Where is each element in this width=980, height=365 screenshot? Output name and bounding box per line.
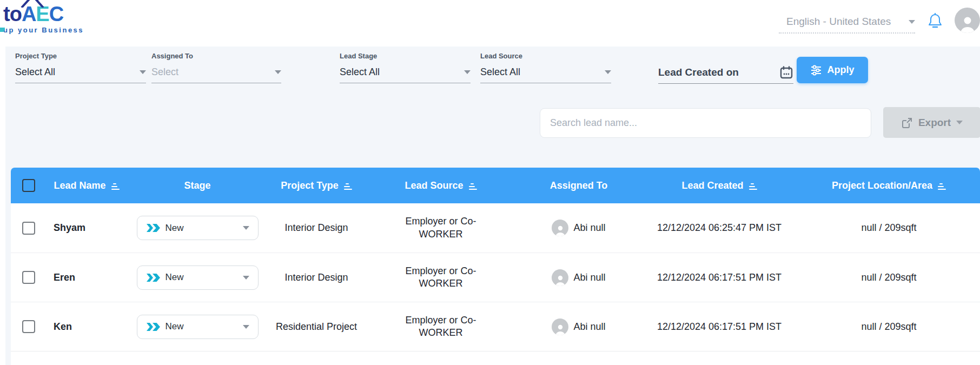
chevron-down-icon [956,121,963,124]
lead-name-cell: Ken [46,321,127,333]
search-input[interactable] [540,108,871,138]
sort-icon[interactable] [749,181,757,190]
lead-created-cell: 12/12/2024 06:25:47 PM IST [641,222,798,234]
sort-icon[interactable] [111,181,120,190]
stage-value: New [165,272,243,283]
column-header-stage: Stage [127,180,268,191]
assignee-avatar-icon [552,318,568,335]
apply-button-label: Apply [827,64,854,76]
chevron-down-icon [243,325,249,329]
select-value: Select All [15,67,140,78]
lead-management-page: toAEC up your Business English - United … [0,0,980,365]
apply-filters-button[interactable]: Apply [797,57,868,83]
lead-source-cell: Employer or Co-WORKER [365,215,517,241]
lead-created-date-picker[interactable]: Lead Created on [658,65,793,84]
brand-tagline: up your Business [3,26,101,34]
chevron-down-icon [275,70,281,74]
location-area-cell: null / 209sqft [798,321,980,333]
sort-icon[interactable] [469,181,477,190]
chevron-down-icon [909,20,915,24]
filter-lead-source: Lead Source Select All [480,52,611,83]
assignee-name: Abi null [573,222,605,234]
chevron-down-icon [464,70,471,74]
chevron-down-icon [243,276,249,280]
logo-letter-c: C [49,3,63,25]
table-row: Shyam New Interior Design [11,203,980,253]
filter-lead-created-on: Lead Created on [658,52,793,84]
language-selector[interactable]: English - United States [779,11,915,34]
sort-icon[interactable] [938,181,946,190]
column-header-lead-source: Lead Source [365,180,517,191]
assigned-to-cell: Abi null [517,318,641,335]
select-value: Select All [340,67,464,78]
leads-table: Lead Name Stage Project Type Lead Source… [11,168,980,365]
stage-dropdown[interactable]: New [137,315,259,339]
export-button-label: Export [918,117,951,129]
project-type-cell: Interior Design [268,222,365,234]
lead-stage-select[interactable]: Select All [340,67,471,83]
select-value: Select [151,67,275,78]
filter-label: Project Type [15,52,146,60]
select-value: Select All [480,67,605,78]
select-all-checkbox[interactable] [22,179,35,192]
chevron-down-icon [140,70,146,74]
date-picker-label: Lead Created on [658,67,779,78]
project-type-select[interactable]: Select All [15,67,146,83]
row-checkbox[interactable] [22,320,35,333]
lead-source-cell: Employer or Co-WORKER [365,314,517,340]
sliders-icon [810,65,822,76]
chevron-down-icon [605,70,611,74]
stage-arrow-icon [146,322,161,331]
row-checkbox[interactable] [22,222,35,235]
filter-label: Assigned To [151,52,281,60]
language-selector-value: English - United States [786,16,909,28]
table-footer-strip [11,351,980,365]
stage-value: New [165,223,243,234]
table-row: Ken New Residential Project [11,302,980,351]
assigned-to-cell: Abi null [517,220,641,236]
table-body: Shyam New Interior Design [11,203,980,351]
row-checkbox[interactable] [22,271,35,284]
assigned-to-select[interactable]: Select [151,67,281,83]
content-area: Project Type Select All Assigned To Sele… [5,47,980,365]
lead-source-select[interactable]: Select All [480,67,611,83]
lead-created-cell: 12/12/2024 06:17:51 PM IST [641,272,798,283]
calendar-icon [779,65,793,79]
column-header-project-type: Project Type [268,180,365,191]
column-header-lead-name: Lead Name [46,180,127,191]
column-header-assigned-to: Assigned To [517,180,641,191]
chevron-down-icon [243,226,249,230]
lead-name-cell: Eren [46,272,127,283]
project-type-cell: Interior Design [268,272,365,283]
stage-dropdown[interactable]: New [137,216,259,240]
filter-label: Lead Source [480,52,611,60]
filter-lead-stage: Lead Stage Select All [340,52,471,83]
notifications-bell-icon[interactable] [926,12,944,31]
assignee-name: Abi null [573,272,605,283]
filter-label: Lead Stage [340,52,471,60]
lead-source-cell: Employer or Co-WORKER [365,265,517,290]
table-row: Eren New Interior Design [11,253,980,302]
brand-logo-text: toAEC [3,3,101,25]
table-header-row: Lead Name Stage Project Type Lead Source… [11,168,980,203]
export-icon [901,117,913,129]
stage-arrow-icon [146,223,161,233]
assignee-name: Abi null [573,321,605,333]
stage-dropdown[interactable]: New [137,266,259,290]
logo-prefix: to [3,3,22,25]
logo-roof-icon [21,0,49,8]
filter-project-type: Project Type Select All [15,52,146,83]
location-area-cell: null / 209sqft [798,272,980,283]
assigned-to-cell: Abi null [517,269,641,286]
export-button[interactable]: Export [883,107,980,138]
column-header-project-location: Project Location/Area [798,180,980,191]
stage-value: New [165,321,243,332]
lead-name-cell: Shyam [46,222,127,234]
assignee-avatar-icon [552,220,568,236]
user-avatar[interactable] [955,8,980,33]
project-type-cell: Residential Project [268,321,365,333]
stage-arrow-icon [146,273,161,282]
location-area-cell: null / 209sqft [798,222,980,234]
sort-icon[interactable] [344,181,352,190]
assignee-avatar-icon [552,269,568,286]
